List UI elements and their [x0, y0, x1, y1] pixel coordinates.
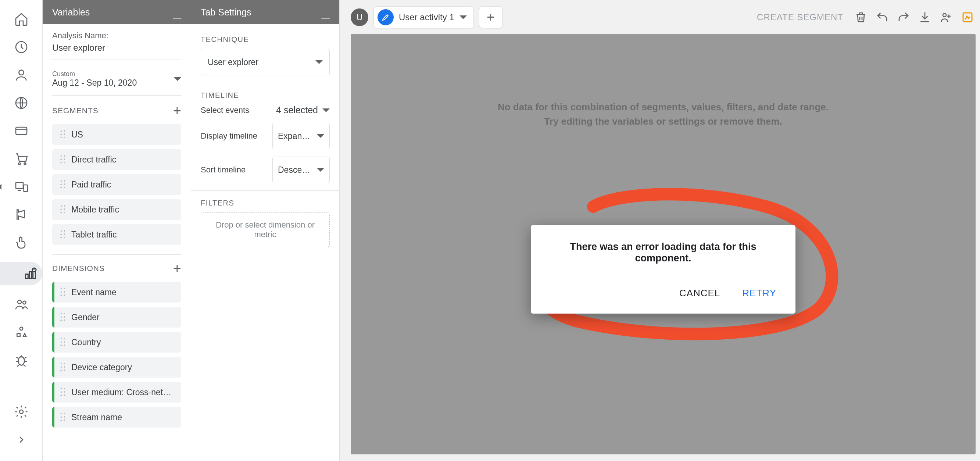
- dialog-message: There was an error loading data for this…: [547, 241, 779, 264]
- add-dimension-button[interactable]: +: [173, 261, 181, 275]
- chevron-down-icon: [317, 134, 324, 138]
- canvas-area: U User activity 1 + CREATE SEGMENT No da…: [340, 0, 980, 461]
- create-segment-button[interactable]: CREATE SEGMENT: [757, 12, 843, 22]
- cancel-button[interactable]: CANCEL: [676, 284, 723, 302]
- segment-chip[interactable]: Mobile traffic: [52, 199, 181, 220]
- drag-handle-icon: [60, 362, 66, 372]
- dimension-chip[interactable]: Event name: [52, 282, 181, 302]
- svg-point-8: [21, 237, 21, 237]
- dimension-chip[interactable]: Stream name: [52, 407, 181, 428]
- drag-handle-icon: [60, 154, 66, 165]
- nav-user[interactable]: [13, 66, 30, 84]
- drag-handle-icon: [60, 337, 66, 347]
- undo-icon[interactable]: [874, 9, 890, 25]
- technique-label: TECHNIQUE: [201, 35, 330, 44]
- nav-demographics[interactable]: [13, 94, 30, 112]
- svg-rect-3: [16, 127, 27, 135]
- svg-point-17: [18, 357, 24, 365]
- technique-value: User explorer: [208, 57, 258, 67]
- download-icon[interactable]: [917, 9, 933, 25]
- nav-monetization[interactable]: [13, 122, 30, 140]
- filters-dropzone[interactable]: Drop or select dimension or metric: [201, 213, 330, 247]
- segment-chip[interactable]: Direct traffic: [52, 149, 181, 170]
- svg-point-5: [24, 163, 26, 165]
- drag-handle-icon: [60, 387, 66, 397]
- nav-home[interactable]: [13, 10, 30, 28]
- nav-admin[interactable]: [13, 403, 30, 421]
- nav-custom[interactable]: [13, 324, 30, 341]
- collapse-variables[interactable]: _: [173, 5, 181, 19]
- redo-icon[interactable]: [896, 9, 912, 25]
- variables-header: Variables _: [43, 0, 191, 24]
- collapse-tab-settings[interactable]: _: [321, 5, 330, 19]
- variables-panel: Variables _ Analysis Name: User explorer…: [43, 0, 191, 461]
- variables-title: Variables: [52, 7, 90, 17]
- svg-rect-16: [17, 334, 20, 336]
- sort-timeline-select[interactable]: Descending: [272, 157, 330, 183]
- dimension-chip[interactable]: User medium: Cross-network: [52, 382, 181, 402]
- nav-rail: [0, 0, 43, 461]
- date-custom-label: Custom: [52, 70, 137, 78]
- tab-settings-panel: Tab Settings _ TECHNIQUE User explorer T…: [191, 0, 340, 461]
- nav-realtime[interactable]: [13, 38, 30, 56]
- nav-ecommerce[interactable]: [13, 150, 30, 168]
- dimensions-list: Event name Gender Country Device categor…: [52, 282, 181, 428]
- chevron-down-icon: [315, 60, 323, 64]
- svg-point-1: [19, 70, 24, 75]
- nav-tech[interactable]: [13, 178, 30, 196]
- dimension-chip[interactable]: Device category: [52, 357, 181, 378]
- share-icon[interactable]: [938, 9, 954, 25]
- display-timeline-value: Expanded: [278, 131, 315, 141]
- nav-audiences[interactable]: [13, 296, 30, 313]
- nav-explore[interactable]: [0, 262, 42, 285]
- drag-handle-icon: [60, 312, 66, 323]
- dimension-chip[interactable]: Gender: [52, 307, 181, 327]
- error-dialog: There was an error loading data for this…: [531, 225, 795, 313]
- select-events-dropdown[interactable]: 4 selected: [276, 105, 330, 115]
- svg-point-13: [18, 300, 21, 304]
- segment-chip[interactable]: US: [52, 124, 181, 145]
- avatar[interactable]: U: [351, 8, 368, 26]
- svg-rect-7: [24, 185, 27, 192]
- sort-timeline-value: Descending: [278, 165, 315, 175]
- canvas: No data for this combination of segments…: [351, 34, 975, 455]
- divider: [191, 191, 339, 191]
- drag-handle-icon: [60, 229, 66, 240]
- tab-name: User activity 1: [399, 12, 454, 22]
- timeline-label: TIMELINE: [201, 91, 330, 100]
- drag-handle-icon: [60, 412, 66, 423]
- display-timeline-select[interactable]: Expanded: [272, 123, 330, 149]
- analysis-name-value[interactable]: User explorer: [52, 43, 181, 53]
- svg-rect-6: [16, 182, 23, 189]
- nav-engagement[interactable]: [13, 234, 30, 251]
- add-segment-button[interactable]: +: [173, 104, 181, 118]
- no-data-message: No data for this combination of segments…: [498, 100, 829, 129]
- svg-rect-10: [29, 272, 32, 278]
- svg-point-19: [943, 14, 946, 17]
- dimension-chip[interactable]: Country: [52, 332, 181, 353]
- drag-handle-icon: [60, 287, 66, 297]
- pencil-icon: [377, 9, 394, 25]
- select-events-value: 4 selected: [276, 105, 318, 115]
- chevron-down-icon: [317, 168, 324, 172]
- segment-chip[interactable]: Paid traffic: [52, 174, 181, 195]
- nav-events[interactable]: [13, 206, 30, 224]
- date-range-picker[interactable]: Custom Aug 12 - Sep 10, 2020: [52, 67, 181, 95]
- segment-chip[interactable]: Tablet traffic: [52, 224, 181, 245]
- technique-select[interactable]: User explorer: [201, 49, 330, 75]
- svg-point-15: [19, 327, 22, 330]
- nav-debug[interactable]: [13, 351, 30, 369]
- chevron-down-icon: [322, 108, 330, 112]
- retry-button[interactable]: RETRY: [739, 284, 779, 302]
- nav-expand[interactable]: [13, 431, 30, 448]
- svg-point-12: [32, 268, 36, 272]
- drag-handle-icon: [60, 180, 66, 190]
- add-tab-button[interactable]: +: [479, 6, 503, 28]
- chevron-down-icon: [174, 77, 181, 81]
- tab-settings-header: Tab Settings _: [191, 0, 339, 24]
- delete-icon[interactable]: [853, 9, 869, 25]
- drag-handle-icon: [60, 204, 66, 215]
- filters-label: FILTERS: [201, 199, 330, 207]
- active-tab[interactable]: User activity 1: [374, 6, 474, 28]
- insights-icon[interactable]: [959, 9, 975, 25]
